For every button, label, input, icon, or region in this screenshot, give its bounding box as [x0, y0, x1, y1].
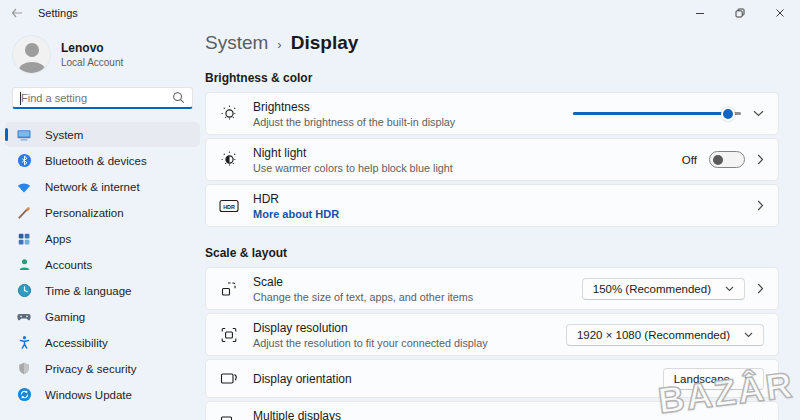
breadcrumb: System › Display — [205, 32, 779, 60]
hdr-title: HDR — [253, 192, 339, 206]
user-account[interactable]: Lenovo Local Account — [13, 36, 205, 73]
chevron-right-icon — [757, 154, 764, 165]
multiple-displays-title: Multiple displays — [253, 409, 482, 420]
time-language-icon — [16, 283, 32, 299]
brightness-slider[interactable] — [573, 107, 741, 121]
close-button[interactable] — [760, 0, 800, 26]
restore-button[interactable] — [720, 0, 760, 26]
hdr-learn-more-link[interactable]: More about HDR — [253, 208, 339, 220]
sidebar-item-label: Apps — [45, 233, 71, 245]
network-icon — [16, 179, 32, 195]
user-name: Lenovo — [61, 41, 123, 55]
scale-dropdown[interactable]: 150% (Recommended) — [582, 278, 745, 300]
sidebar-item-label: Network & internet — [45, 181, 140, 193]
scale-icon — [219, 280, 239, 298]
close-icon — [775, 4, 785, 22]
window-title: Settings — [38, 7, 78, 19]
sidebar-item-time-language[interactable]: Time & language — [5, 278, 200, 303]
display-orientation-row[interactable]: Display orientation Landscape — [205, 359, 779, 398]
chevron-down-icon — [725, 286, 734, 292]
display-orientation-icon — [219, 370, 239, 387]
minimize-button[interactable] — [680, 0, 720, 26]
search-input[interactable] — [13, 92, 172, 104]
svg-text:HDR: HDR — [223, 203, 235, 209]
bluetooth-icon — [16, 153, 32, 169]
gaming-icon — [16, 309, 32, 325]
sidebar-item-gaming[interactable]: Gaming — [5, 304, 200, 329]
user-account-type: Local Account — [61, 57, 123, 68]
display-resolution-icon — [219, 326, 239, 344]
multiple-displays-icon — [219, 414, 239, 420]
titlebar: Settings — [0, 0, 800, 26]
night-light-title: Night light — [253, 146, 453, 160]
brightness-slider-thumb[interactable] — [721, 107, 735, 121]
night-light-icon — [219, 150, 239, 169]
chevron-right-icon — [757, 283, 764, 294]
main-content: System › Display Brightness & color Brig… — [205, 26, 800, 420]
sidebar-item-network[interactable]: Network & internet — [5, 174, 200, 199]
breadcrumb-parent[interactable]: System — [205, 32, 268, 54]
sidebar-item-label: Privacy & security — [45, 363, 136, 375]
brightness-icon — [219, 104, 239, 123]
sidebar-item-system[interactable]: System — [5, 122, 200, 147]
hdr-row[interactable]: HDR HDR More about HDR — [205, 184, 779, 227]
sidebar-item-label: Gaming — [45, 311, 85, 323]
accounts-icon — [16, 257, 32, 273]
accessibility-icon — [16, 335, 32, 351]
display-orientation-dropdown[interactable]: Landscape — [663, 368, 764, 390]
search-box[interactable] — [12, 87, 193, 109]
scale-dropdown-value: 150% (Recommended) — [593, 283, 711, 295]
sidebar-item-label: Windows Update — [45, 389, 132, 401]
sidebar-item-bluetooth[interactable]: Bluetooth & devices — [5, 148, 200, 173]
night-light-row[interactable]: Night light Use warmer colors to help bl… — [205, 138, 779, 181]
sidebar-item-apps[interactable]: Apps — [5, 226, 200, 251]
chevron-down-icon — [744, 332, 753, 338]
back-button[interactable] — [0, 0, 34, 26]
sidebar-item-privacy-security[interactable]: Privacy & security — [5, 356, 200, 381]
sidebar-item-label: Bluetooth & devices — [45, 155, 147, 167]
chevron-right-icon — [757, 200, 764, 211]
text-caret — [20, 92, 21, 105]
avatar — [13, 36, 50, 73]
system-icon — [16, 127, 32, 143]
display-resolution-row[interactable]: Display resolution Adjust the resolution… — [205, 313, 779, 356]
scale-title: Scale — [253, 275, 473, 289]
sidebar-item-personalization[interactable]: Personalization — [5, 200, 200, 225]
multiple-displays-row[interactable]: Multiple displays Choose the presentatio… — [205, 401, 779, 420]
chevron-down-icon — [744, 376, 753, 382]
brightness-row[interactable]: Brightness Adjust the brightness of the … — [205, 92, 779, 135]
toggle-knob — [713, 155, 723, 165]
sidebar-nav: System Bluetooth & devices Network & int… — [0, 122, 205, 407]
privacy-security-icon — [16, 361, 32, 377]
page-title: Display — [291, 32, 359, 54]
display-resolution-dropdown[interactable]: 1920 × 1080 (Recommended) — [566, 324, 764, 346]
display-resolution-dropdown-value: 1920 × 1080 (Recommended) — [577, 329, 730, 341]
chevron-down-icon[interactable] — [753, 110, 764, 117]
sidebar-item-label: Time & language — [45, 285, 132, 297]
brightness-slider-fill — [573, 112, 729, 115]
hdr-icon: HDR — [219, 199, 239, 213]
night-light-toggle[interactable] — [709, 151, 745, 168]
sidebar-item-accessibility[interactable]: Accessibility — [5, 330, 200, 355]
restore-icon — [735, 4, 745, 22]
display-orientation-dropdown-value: Landscape — [674, 373, 730, 385]
section-title-scale-layout: Scale & layout — [205, 246, 779, 260]
sidebar-item-label: Personalization — [45, 207, 124, 219]
minimize-icon — [695, 4, 705, 22]
scale-row[interactable]: Scale Change the size of text, apps, and… — [205, 267, 779, 310]
breadcrumb-separator: › — [277, 37, 281, 52]
brightness-title: Brightness — [253, 100, 455, 114]
night-light-subtitle: Use warmer colors to help block blue lig… — [253, 162, 453, 174]
apps-icon — [16, 231, 32, 247]
night-light-toggle-label: Off — [682, 154, 697, 166]
sidebar-item-accounts[interactable]: Accounts — [5, 252, 200, 277]
sidebar-item-label: Accounts — [45, 259, 92, 271]
display-resolution-title: Display resolution — [253, 321, 488, 335]
brightness-subtitle: Adjust the brightness of the built-in di… — [253, 116, 455, 128]
sidebar-item-label: System — [45, 129, 83, 141]
back-arrow-icon — [11, 4, 23, 22]
sidebar-item-windows-update[interactable]: Windows Update — [5, 382, 200, 407]
display-resolution-subtitle: Adjust the resolution to fit your connec… — [253, 337, 488, 349]
sidebar-item-label: Accessibility — [45, 337, 108, 349]
sidebar: Lenovo Local Account System Bluetooth & … — [0, 26, 205, 420]
